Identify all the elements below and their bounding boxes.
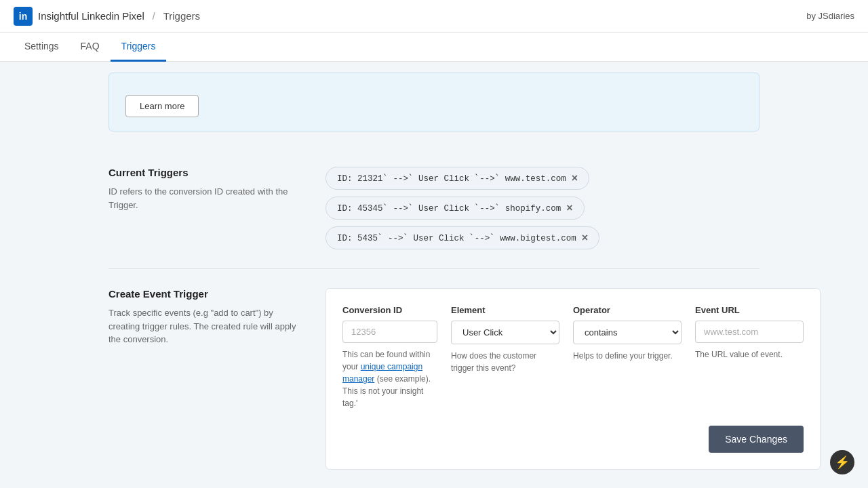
- conversion-id-label: Conversion ID: [342, 305, 437, 315]
- header-separator: /: [153, 11, 155, 22]
- trigger-tag: ID: 21321` -->` User Click `-->` www.tes…: [326, 167, 589, 190]
- operator-help: Helps to define your trigger.: [573, 350, 682, 362]
- conversion-id-input[interactable]: [342, 321, 437, 343]
- current-triggers-section: Current Triggers ID refers to the conver…: [108, 148, 760, 269]
- trigger-tag-close-icon[interactable]: ×: [582, 232, 588, 243]
- create-trigger-info: Create Event Trigger Track specific even…: [108, 288, 298, 470]
- element-label: Element: [451, 305, 559, 315]
- nav-tabs: Settings FAQ Triggers: [0, 33, 868, 62]
- current-triggers-title: Current Triggers: [108, 167, 298, 178]
- app-logo: in: [14, 7, 33, 26]
- operator-select[interactable]: contains equals starts with: [573, 321, 682, 344]
- app-name: Insightful Linkedin Pixel: [38, 10, 144, 22]
- save-changes-button[interactable]: Save Changes: [709, 426, 804, 453]
- operator-col: Operator contains equals starts with Hel…: [573, 305, 682, 409]
- current-triggers-info: Current Triggers ID refers to the conver…: [108, 167, 298, 249]
- element-help: How does the customer trigger this event…: [451, 350, 559, 374]
- current-triggers-description: ID refers to the conversion ID created w…: [108, 185, 298, 211]
- main-content: Learn more Current Triggers ID refers to…: [0, 62, 868, 487]
- tab-faq[interactable]: FAQ: [70, 33, 111, 62]
- trigger-tag-text: ID: 21321` -->` User Click `-->` www.tes…: [337, 173, 566, 184]
- conversion-id-col: Conversion ID This can be found within y…: [342, 305, 437, 409]
- tab-settings[interactable]: Settings: [14, 33, 70, 62]
- element-col: Element User Click Page View How does th…: [451, 305, 559, 409]
- trigger-tag-text: ID: 45345` -->` User Click `-->` shopify…: [337, 203, 561, 214]
- tab-triggers[interactable]: Triggers: [111, 33, 167, 62]
- trigger-tag: ID: 5435` -->` User Click `-->` www.bigt…: [326, 226, 599, 249]
- create-trigger-card: Conversion ID This can be found within y…: [326, 288, 821, 470]
- create-trigger-title: Create Event Trigger: [108, 288, 298, 300]
- create-trigger-section: Create Event Trigger Track specific even…: [108, 269, 760, 487]
- trigger-tag: ID: 45345` -->` User Click `-->` shopify…: [326, 197, 585, 220]
- save-btn-row: Save Changes: [342, 426, 804, 453]
- app-header: in Insightful Linkedin Pixel / Triggers …: [0, 0, 868, 33]
- operator-label: Operator: [573, 305, 682, 315]
- learn-more-button[interactable]: Learn more: [125, 95, 199, 117]
- event-url-help: The URL value of event.: [695, 348, 804, 361]
- info-card: Learn more: [108, 73, 760, 131]
- current-triggers-list: ID: 21321` -->` User Click `-->` www.tes…: [326, 167, 760, 249]
- form-grid: Conversion ID This can be found within y…: [342, 305, 804, 409]
- trigger-tag-close-icon[interactable]: ×: [566, 203, 572, 214]
- header-left: in Insightful Linkedin Pixel / Triggers: [14, 7, 200, 26]
- header-page: Triggers: [163, 10, 200, 22]
- trigger-tags-container: ID: 21321` -->` User Click `-->` www.tes…: [326, 167, 760, 249]
- trigger-tag-text: ID: 5435` -->` User Click `-->` www.bigt…: [337, 232, 576, 243]
- header-attribution: by JSdiaries: [806, 11, 854, 21]
- create-trigger-form-container: Conversion ID This can be found within y…: [326, 288, 821, 470]
- event-url-label: Event URL: [695, 305, 804, 315]
- event-url-input[interactable]: [695, 321, 804, 343]
- event-url-col: Event URL The URL value of event.: [695, 305, 804, 409]
- conversion-id-help: This can be found within your unique cam…: [342, 348, 437, 409]
- element-select[interactable]: User Click Page View: [451, 321, 559, 344]
- trigger-tag-close-icon[interactable]: ×: [572, 173, 578, 184]
- flash-icon[interactable]: ⚡: [830, 450, 854, 474]
- create-trigger-description: Track specific events (e.g "add to cart"…: [108, 306, 298, 346]
